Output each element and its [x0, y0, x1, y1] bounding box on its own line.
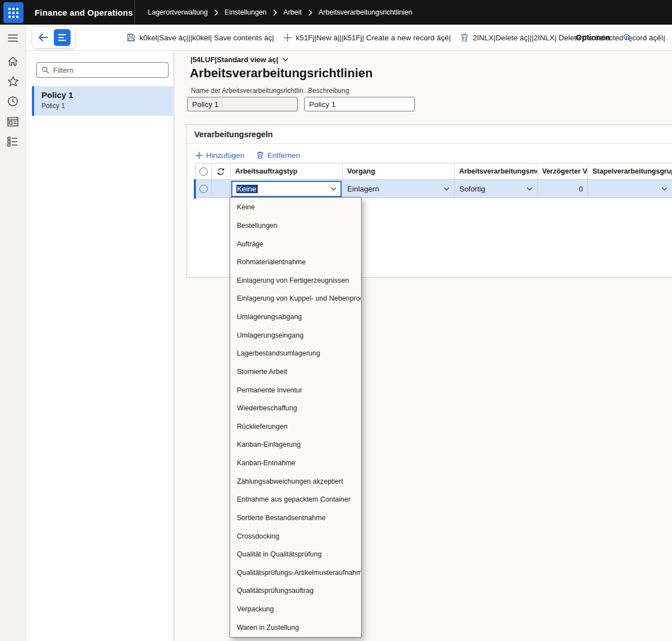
dropdown-option[interactable]: Umlagerungseingang — [231, 326, 361, 344]
breadcrumb-item[interactable]: Arbeit — [283, 8, 302, 16]
rail-home-button[interactable] — [0, 53, 26, 69]
cell-arbeitsauftragstyp: Keine — [231, 180, 343, 198]
section-divider — [187, 143, 672, 144]
delete-button[interactable]: 2INLX|Delete áç|||2INLX| Delete the sele… — [460, 33, 665, 42]
dropdown-option[interactable]: Qualitätsprüfungsauftrag — [231, 582, 361, 600]
cell-vorgang[interactable]: Einlagern — [343, 180, 455, 198]
vorgang-value: Einlagern — [347, 185, 379, 193]
remove-trash-icon — [256, 151, 264, 159]
remove-row-button[interactable]: Entfernen — [256, 151, 300, 160]
plus-icon — [283, 34, 292, 42]
view-selector[interactable]: |54LUF|Standard view áç| — [190, 55, 288, 64]
rail-modules-button[interactable] — [0, 133, 26, 150]
dropdown-option[interactable]: Bestellungen — [231, 217, 361, 235]
hamburger-icon — [8, 34, 18, 42]
search-icon — [623, 33, 632, 43]
cell-verzoegerter-wert[interactable]: 0 — [538, 180, 588, 198]
breadcrumb-item[interactable]: Arbeitsverarbeitungsrichtlinien — [319, 8, 412, 16]
new-button-label: k51Fj|New á|||k51Fj| Create a new record… — [296, 34, 451, 42]
rail-favorites-button[interactable] — [0, 73, 26, 90]
breadcrumb-item[interactable]: Lagerortverwaltung — [148, 8, 208, 16]
dropdown-option[interactable]: Wiederbeschaffung — [231, 399, 361, 418]
waffle-icon — [8, 8, 18, 18]
dropdown-option[interactable]: Crossdocking — [231, 527, 361, 545]
rail-menu-button[interactable] — [0, 30, 26, 46]
section-title: Verarbeitungsregeln — [187, 125, 672, 143]
main-content: |54LUF|Standard view áç| Arbeitsverarbei… — [174, 51, 672, 641]
methode-chevron-down-icon — [526, 187, 533, 191]
save-button[interactable]: k0kel|Save áç|||k0kel| Save contents áç| — [127, 33, 274, 42]
dropdown-option[interactable]: Zählungsabweichungen akzeptiert — [231, 472, 361, 490]
description-input[interactable] — [304, 97, 415, 111]
dropdown-option[interactable]: Umlagerungsabgang — [231, 308, 361, 326]
dropdown-option[interactable]: Qualitätsprüfungs-Artikelmusteraufnahme — [231, 564, 361, 582]
dropdown-option[interactable]: Stornierte Arbeit — [231, 363, 361, 381]
filter-field[interactable] — [36, 62, 169, 78]
delete-button-label: 2INLX|Delete áç|||2INLX| Delete the sele… — [473, 34, 665, 42]
filter-input[interactable] — [53, 66, 164, 74]
dropdown-option[interactable]: Rücklieferungen — [231, 418, 361, 436]
dropdown-option[interactable]: Einlagerung von Fertigerzeugnissen — [231, 272, 361, 290]
column-header-vorgang[interactable]: Vorgang — [343, 163, 455, 179]
arbeitsauftragstyp-combobox[interactable]: Keine — [231, 181, 342, 197]
clock-icon — [7, 96, 18, 107]
cell-stapelverarbeitungsgruppe[interactable] — [588, 180, 672, 198]
nav-pane-toggle-button[interactable] — [54, 29, 71, 46]
command-bar: k0kel|Save áç|||k0kel| Save contents áç|… — [26, 25, 672, 51]
combobox-selected-text: Keine — [236, 185, 258, 193]
dropdown-option[interactable]: Permanente Inventur — [231, 381, 361, 399]
column-header-verzoegerter[interactable]: Verzögerter Ve... — [538, 163, 588, 179]
combobox-chevron-down-icon — [330, 187, 337, 191]
dropdown-option[interactable]: Einlagerung von Kuppel- und Nebenprodukt… — [231, 289, 361, 308]
row-select-cell[interactable] — [196, 180, 212, 198]
back-button[interactable] — [35, 30, 51, 45]
breadcrumb-chevron-icon — [308, 9, 312, 16]
app-launcher-button[interactable] — [3, 2, 24, 23]
column-header-arbeitsauftragstyp[interactable]: Arbeitsauftragstyp — [231, 163, 343, 179]
dropdown-option[interactable]: Lagerbestandsumlagerung — [231, 344, 361, 363]
save-icon — [127, 33, 136, 42]
row-select-circle-icon — [199, 185, 208, 193]
app-title[interactable]: Finance and Operations — [35, 0, 133, 25]
column-header-arbeitsverarbeitungsmethode[interactable]: Arbeitsverarbeitungsmeth... — [455, 163, 538, 179]
workspace-window-icon — [7, 117, 18, 127]
add-row-button[interactable]: Hinzufügen — [195, 151, 244, 160]
breadcrumb-item[interactable]: Einstellungen — [225, 8, 267, 16]
record-list-item-selected[interactable]: Policy 1 Policy 1 — [32, 86, 173, 116]
column-header-stapelverarbeitungsgruppe[interactable]: Stapelverarbeitungsgrupp... — [588, 163, 672, 179]
save-button-label: k0kel|Save áç|||k0kel| Save contents áç| — [139, 34, 274, 42]
options-button[interactable]: Optionen — [576, 25, 610, 50]
back-arrow-icon — [38, 33, 49, 42]
toolbar-search-button[interactable] — [623, 25, 632, 50]
dropdown-option[interactable]: Entnahme aus gepacktem Container — [231, 490, 361, 509]
dropdown-option[interactable]: Verpackung — [231, 600, 361, 619]
rail-workspaces-button[interactable] — [0, 113, 26, 130]
policy-name-input[interactable] — [187, 97, 298, 111]
record-list-panel: Policy 1 Policy 1 — [26, 51, 174, 641]
view-selector-label: |54LUF|Standard view áç| — [190, 55, 278, 64]
dropdown-option[interactable]: Aufträge — [231, 235, 361, 253]
cell-arbeitsverarbeitungsmethode[interactable]: Sofortig — [455, 180, 538, 198]
dropdown-option[interactable]: Qualität in Qualitätsprüfung — [231, 545, 361, 564]
top-app-bar: Finance and Operations Lagerortverwaltun… — [0, 0, 672, 25]
dropdown-option[interactable]: Rohmaterialentnahme — [231, 253, 361, 272]
new-button[interactable]: k51Fj|New á|||k51Fj| Create a new record… — [283, 34, 451, 42]
filter-search-icon — [41, 66, 49, 74]
remove-row-label: Entfernen — [267, 151, 300, 160]
breadcrumb-chevron-icon — [273, 9, 277, 16]
refresh-column-header[interactable] — [212, 163, 231, 179]
grid-toolbar: Hinzufügen Entfernen — [195, 148, 300, 162]
field-policy-name: Name der Arbeitsverarbeitungsrichtlin... — [187, 87, 309, 111]
breadcrumb: Lagerortverwaltung Einstellungen Arbeit … — [148, 0, 412, 25]
arbeitsauftragstyp-dropdown-list: Keine Bestellungen Aufträge Rohmateriale… — [230, 197, 362, 638]
star-icon — [7, 76, 19, 87]
row-sync-cell — [212, 180, 231, 198]
dropdown-option[interactable]: Kanban-Entnahme — [231, 454, 361, 472]
dropdown-option[interactable]: Kanban-Einlagerung — [231, 436, 361, 454]
dropdown-option[interactable]: Sortierte Bestandsentnahme — [231, 509, 361, 527]
grid-row-selected: Keine Einlagern Sofortig 0 — [196, 180, 672, 198]
select-all-header[interactable] — [196, 163, 212, 179]
dropdown-option[interactable]: Keine — [231, 198, 361, 217]
dropdown-option[interactable]: Waren in Zustellung — [231, 618, 361, 637]
rail-recent-button[interactable] — [0, 93, 26, 110]
